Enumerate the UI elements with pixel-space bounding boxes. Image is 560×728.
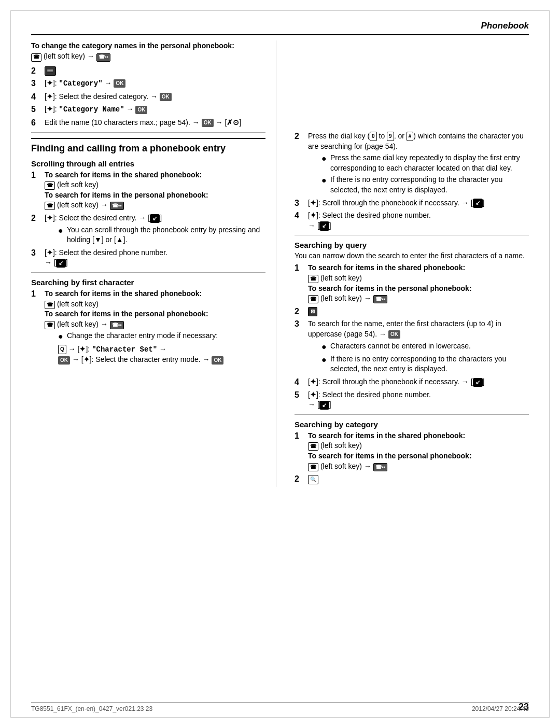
phonebook-shared-icon-3: ☎ [308, 275, 318, 283]
footer-left: TG8551_61FX_(en-en)_0427_ver021.23 23 [31, 705, 152, 712]
query-step-5: 5 [✦]: Select the desired phone number.→… [295, 390, 529, 410]
ok-icon-4: OK [202, 119, 214, 127]
ok-icon-5: OK [58, 356, 70, 365]
ok-icon-3: OK [135, 106, 147, 114]
right-top-spacer3 [295, 66, 529, 75]
step-2-top: 2 ≡≡ [31, 66, 265, 76]
right-top-spacer5 [295, 92, 529, 101]
right-top-spacer4 [295, 79, 529, 88]
call-icon-2: ↙ [56, 259, 66, 268]
content-area: Phonebook To change the category names i… [31, 21, 529, 697]
phonebook-personal-icon-3: ☎▪▪ [110, 321, 124, 329]
step-5-top: 5 [✦]: "Category Name" → OK [31, 104, 265, 115]
phonebook-icon-2: ☎ [45, 202, 55, 210]
query-heading: Searching by query [295, 241, 529, 249]
query-intro: You can narrow down the search to enter … [295, 251, 529, 260]
call-icon: ↙ [150, 214, 160, 223]
query-bullet-2: ● If there is no entry corresponding to … [308, 354, 529, 374]
query-step-4: 4 [✦]: Scroll through the phonebook if n… [295, 377, 529, 387]
two-col-layout: To change the category names in the pers… [31, 40, 529, 487]
query-icon: ⊠ [308, 307, 317, 316]
call-icon-5: ↙ [473, 378, 483, 387]
scroll-bullet-1: ● You can scroll through the phonebook e… [45, 225, 265, 245]
page-title: Phonebook [481, 21, 529, 31]
category-heading: Searching by category [295, 420, 529, 429]
scroll-step-1: 1 To search for items in the shared phon… [31, 170, 265, 211]
right-step-3: 3 [✦]: Scroll through the phonebook if n… [295, 198, 529, 208]
phonebook-personal-icon-5: ☎▪▪ [373, 463, 387, 471]
category-step-2: 2 🔍 [295, 474, 529, 484]
footer-right: 2012/04/27 20:24:45 [472, 705, 529, 712]
firstchar-bullet-1: ● Change the character entry mode if nec… [45, 331, 265, 342]
scroll-heading: Scrolling through all entries [31, 159, 265, 168]
right-column: 2 Press the dial key (0 to 9, or #) whic… [292, 40, 529, 487]
firstchar-step-1: 1 To search for items in the shared phon… [31, 289, 265, 365]
scroll-step-3: 3 [✦]: Select the desired phone number. … [31, 248, 265, 268]
phonebook-icon-5: ☎ [308, 463, 318, 471]
ok-icon-7: OK [388, 330, 400, 339]
query-step-3: 3 To search for the name, enter the firs… [295, 319, 529, 374]
right-top-spacer7 [295, 118, 529, 127]
zero-box: 0 [370, 132, 377, 141]
step-6-top: 6 Edit the name (10 characters max.; pag… [31, 118, 265, 128]
phonebook-icon: ☎ [31, 53, 41, 62]
right-bullet-1: ● Press the same dial key repeatedly to … [308, 153, 529, 173]
phonebook-shared-icon: ☎ [45, 181, 55, 190]
phonebook-personal-icon-2: ☎▪▪ [110, 202, 124, 210]
right-bullet-2: ● If there is no entry corresponding to … [308, 175, 529, 195]
ok-icon: OK [114, 79, 125, 88]
query-step-2: 2 ⊠ [295, 306, 529, 317]
main-section-heading: Finding and calling from a phonebook ent… [31, 138, 265, 154]
menu-icon: ≡≡ [45, 66, 56, 76]
phonebook-shared-icon-4: ☎ [308, 442, 318, 451]
hash-box: # [407, 132, 414, 141]
left-column: To change the category names in the pers… [31, 40, 276, 487]
phonebook-shared-icon-2: ☎ [45, 301, 55, 309]
footer: TG8551_61FX_(en-en)_0427_ver021.23 23 20… [31, 703, 529, 712]
phonebook-icon-3: ☎ [45, 321, 55, 329]
category-step-1: 1 To search for items in the shared phon… [295, 431, 529, 471]
ok-icon-6: OK [212, 356, 223, 365]
right-step-2: 2 Press the dial key (0 to 9, or #) whic… [295, 131, 529, 195]
top-note-icon: ☎ (left soft key) → ☎▪▪ [31, 52, 110, 60]
call-icon-4: ↙ [319, 221, 329, 230]
top-note-label: To change the category names in the pers… [31, 41, 234, 50]
top-note: To change the category names in the pers… [31, 40, 265, 62]
step-4-top: 4 [✦]: Select the desired category. → OK [31, 92, 265, 102]
first-char-heading: Searching by first character [31, 278, 265, 287]
page-header: Phonebook [31, 21, 529, 35]
call-icon-6: ↙ [319, 401, 329, 410]
scroll-step-2: 2 [✦]: Select the desired entry. → [↙] ●… [31, 213, 265, 245]
q-box: Q [58, 345, 66, 354]
ok-icon-2: OK [160, 93, 172, 101]
phonebook-personal-icon: ☎▪▪ [96, 53, 110, 62]
query-bullet-1: ● Characters cannot be entered in lowerc… [308, 341, 529, 353]
nine-box: 9 [387, 132, 394, 141]
step-3-top: 3 [✦]: "Category" → OK [31, 78, 265, 89]
query-step-1: 1 To search for items in the shared phon… [295, 263, 529, 303]
right-top-spacer [295, 40, 529, 49]
firstchar-note: Q → [✦]: "Character Set" → OK → [✦]: Sel… [45, 344, 265, 365]
search-box-icon: 🔍 [308, 475, 318, 484]
phonebook-icon-4: ☎ [308, 295, 318, 303]
right-top-spacer6 [295, 105, 529, 114]
right-top-spacer2 [295, 53, 529, 62]
call-icon-3: ↙ [473, 199, 483, 207]
right-step-4: 4 [✦]: Select the desired phone number.→… [295, 211, 529, 231]
phonebook-personal-icon-4: ☎▪▪ [373, 295, 387, 303]
